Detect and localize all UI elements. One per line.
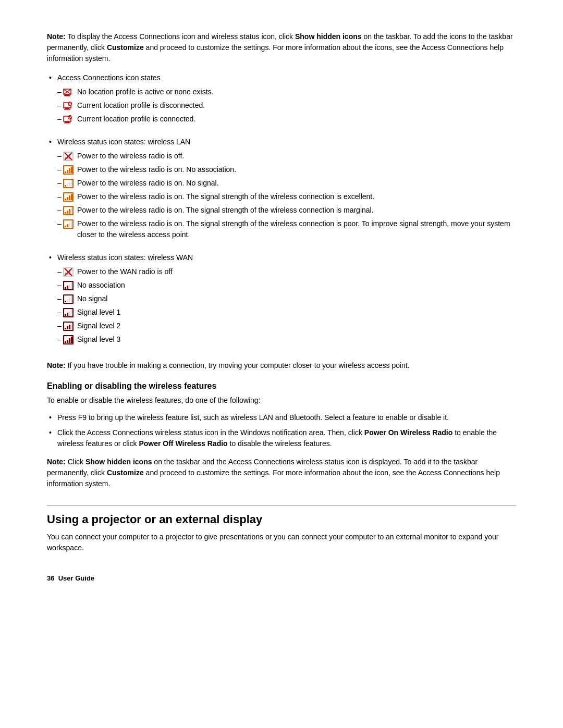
wlan-sub-item-1: Power to the wireless radio is off.: [57, 151, 516, 162]
svg-rect-83: [69, 325, 70, 329]
wlan-sub-item-3: Power to the wireless radio is on. No si…: [57, 178, 516, 189]
wlan-marginal-svg: [63, 206, 74, 215]
note-text-1: To display the Access Connections icon a…: [67, 32, 295, 41]
wlan-sub-content-3: Power to the wireless radio is on. No si…: [63, 178, 219, 189]
svg-rect-63: [65, 287, 66, 289]
svg-rect-33: [67, 183, 68, 187]
svg-rect-53: [71, 221, 72, 227]
power-off-bold: Power Off Wireless Radio: [139, 439, 227, 448]
svg-point-16: [68, 115, 72, 119]
wwan-sub-text-1: Power to the WAN radio is off: [77, 266, 173, 277]
wlan-sub-text-1: Power to the wireless radio is off.: [77, 151, 184, 162]
wwan-no-assoc-icon: [63, 280, 74, 291]
svg-rect-28: [69, 168, 70, 173]
ac-disconnected-svg: [63, 101, 74, 110]
svg-rect-90: [71, 337, 72, 343]
note-paragraph-3: Note: Click Show hidden icons on the tas…: [47, 456, 516, 489]
main-bullet-list: Access Connections icon states: [47, 72, 516, 353]
note-bold-prefix-1: Note:: [47, 32, 66, 41]
enabling-bullet-2-text: Click the Access Connections wireless st…: [57, 427, 516, 449]
svg-rect-76: [67, 313, 68, 316]
wlan-states-section: Wireless status icon states: wireless LA…: [57, 137, 516, 243]
svg-rect-66: [71, 282, 72, 289]
svg-rect-40: [69, 195, 70, 200]
svg-rect-71: [69, 298, 70, 302]
wwan-sub-text-4: Signal level 1: [77, 307, 120, 318]
note-bold-customize: Customize: [107, 43, 144, 52]
wwan-sub-item-2: No association: [57, 280, 193, 291]
enabling-intro-para: To enable or disable the wireless featur…: [47, 395, 516, 406]
wlan-states-sublist: Power to the wireless radio is off.: [57, 151, 516, 240]
wlan-sub-text-4: Power to the wireless radio is on. The s…: [77, 191, 374, 202]
svg-rect-41: [71, 194, 72, 200]
wlan-states-label: Wireless status icon states: wireless LA…: [57, 138, 190, 146]
enabling-bullet-2: Click the Access Connections wireless st…: [47, 427, 516, 449]
svg-rect-78: [71, 310, 72, 316]
wwan-signal-3-svg: [63, 335, 74, 344]
wlan-sub-text-2: Power to the wireless radio is on. No as…: [77, 164, 236, 175]
wwan-signal-2-svg: [63, 322, 74, 331]
ac-no-profile-icon: [63, 87, 74, 97]
svg-rect-72: [71, 296, 72, 302]
wwan-states-sublist: Power to the WAN radio is off: [57, 266, 193, 345]
svg-rect-14: [65, 121, 69, 122]
note-paragraph-1: Note: To display the Access Connections …: [47, 31, 516, 64]
svg-rect-47: [71, 207, 72, 214]
enabling-bullet-1-text: Press F9 to bring up the wireless featur…: [57, 412, 449, 423]
wlan-excellent-svg: [63, 192, 74, 202]
ac-states-section: Access Connections icon states: [57, 72, 213, 127]
wwan-signal-1-svg: [63, 308, 74, 317]
svg-rect-51: [67, 224, 68, 227]
wlan-radio-off-icon: [63, 151, 74, 162]
wlan-no-assoc-svg: [63, 165, 74, 175]
wlan-radio-off-svg: [63, 152, 74, 161]
ac-connected-svg: [63, 115, 74, 124]
ac-sub-content-2: Current location profile is disconnected…: [63, 100, 205, 111]
projector-section-para: You can connect your computer to a proje…: [47, 532, 516, 553]
svg-rect-44: [65, 212, 66, 214]
page-content: Note: To display the Access Connections …: [0, 0, 563, 624]
ac-connected-icon: [63, 114, 74, 125]
note-bold-show-hidden: Show hidden icons: [295, 32, 362, 41]
wlan-marginal-icon: [63, 205, 74, 216]
wlan-sub-text-3: Power to the wireless radio is on. No si…: [77, 178, 219, 189]
ac-no-profile-svg: [63, 88, 74, 97]
wwan-sub-content-3: No signal: [63, 293, 107, 304]
ac-sub-content-3: Current location profile is connected.: [63, 114, 195, 125]
svg-rect-26: [65, 171, 66, 173]
wlan-sub-item-5: Power to the wireless radio is on. The s…: [57, 205, 516, 216]
wwan-sub-item-3: No signal: [57, 293, 193, 304]
wwan-sub-content-5: Signal level 2: [63, 320, 120, 331]
note-text-2: If you have trouble in making a connecti…: [68, 361, 410, 369]
svg-rect-81: [65, 328, 66, 329]
note-bold-customize-2: Customize: [107, 468, 144, 477]
ac-sub-text-2: Current location profile is disconnected…: [77, 100, 205, 111]
note-text-3a: Click: [68, 458, 85, 466]
page-number: 36: [47, 574, 54, 582]
ac-sub-item-2: Current location profile is disconnected…: [57, 100, 213, 111]
ac-sub-text-1: No location profile is active or none ex…: [77, 87, 213, 97]
note-paragraph-2: Note: If you have trouble in making a co…: [47, 360, 516, 371]
wlan-excellent-icon: [63, 192, 74, 202]
note-bold-show-hidden-2: Show hidden icons: [85, 458, 152, 466]
ac-states-label: Access Connections icon states: [57, 73, 161, 82]
wlan-sub-content-4: Power to the wireless radio is on. The s…: [63, 191, 374, 202]
wlan-sub-item-6: Power to the wireless radio is on. The s…: [57, 218, 516, 240]
ac-disconnected-icon: [63, 101, 74, 111]
wlan-poor-icon: [63, 219, 74, 229]
bullet-item-ac-states: Access Connections icon states: [47, 72, 516, 132]
wwan-sub-item-6: Signal level 3: [57, 334, 193, 345]
wwan-no-signal-icon: [63, 294, 74, 304]
ac-sub-item-3: Current location profile is connected.: [57, 114, 213, 125]
wwan-sub-content-2: No association: [63, 280, 125, 291]
note-bold-prefix-2: Note:: [47, 361, 66, 369]
svg-rect-52: [69, 223, 70, 227]
svg-rect-39: [67, 197, 68, 200]
enabling-subheading: Enabling or disabling the wireless featu…: [47, 381, 516, 391]
svg-rect-27: [67, 170, 68, 173]
enabling-bullet-1: Press F9 to bring up the wireless featur…: [47, 412, 516, 423]
wlan-sub-content-5: Power to the wireless radio is on. The s…: [63, 205, 374, 216]
svg-rect-29: [71, 167, 72, 173]
page-number-area: 36 User Guide: [47, 574, 516, 582]
power-on-bold: Power On Wireless Radio: [364, 428, 452, 437]
